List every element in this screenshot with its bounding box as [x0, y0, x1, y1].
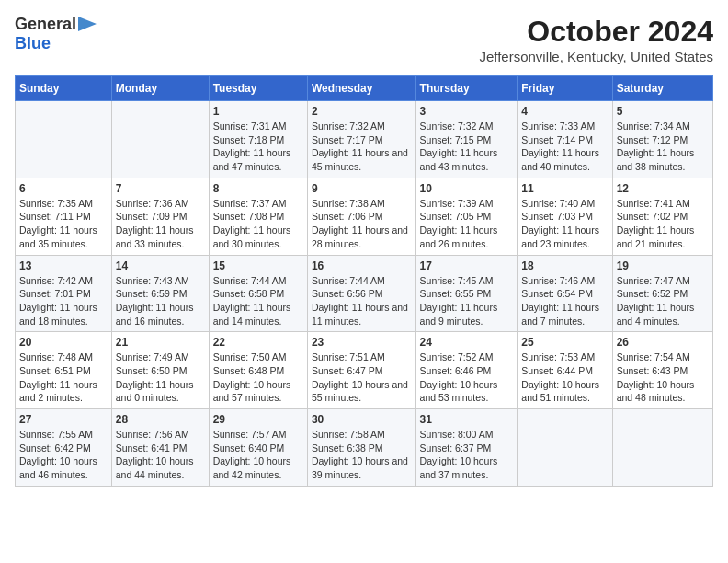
sunset-text: Sunset: 7:15 PM [420, 133, 514, 147]
daylight-text: Daylight: 11 hours and 14 minutes. [213, 301, 303, 327]
cell-content: Sunrise: 7:58 AMSunset: 6:38 PMDaylight:… [312, 428, 412, 482]
calendar-cell: 19Sunrise: 7:47 AMSunset: 6:52 PMDayligh… [612, 255, 712, 332]
calendar-cell: 1Sunrise: 7:31 AMSunset: 7:18 PMDaylight… [209, 101, 307, 178]
sunrise-text: Sunrise: 7:42 AM [19, 274, 108, 288]
day-number: 7 [116, 182, 205, 195]
cell-content: Sunrise: 8:00 AMSunset: 6:37 PMDaylight:… [420, 428, 514, 482]
cell-content: Sunrise: 7:31 AMSunset: 7:18 PMDaylight:… [213, 120, 303, 174]
calendar-cell: 21Sunrise: 7:49 AMSunset: 6:50 PMDayligh… [111, 332, 209, 409]
day-number: 19 [617, 259, 709, 272]
header-cell-wednesday: Wednesday [307, 76, 415, 101]
sunrise-text: Sunrise: 7:44 AM [312, 274, 412, 288]
daylight-text: Daylight: 11 hours and 43 minutes. [420, 146, 514, 173]
day-number: 3 [420, 105, 514, 118]
header-cell-saturday: Saturday [612, 76, 712, 101]
cell-content: Sunrise: 7:34 AMSunset: 7:12 PMDaylight:… [617, 120, 709, 174]
sunset-text: Sunset: 7:09 PM [116, 210, 205, 224]
cell-content: Sunrise: 7:38 AMSunset: 7:06 PMDaylight:… [312, 197, 412, 251]
day-number: 23 [312, 336, 412, 349]
calendar-cell: 10Sunrise: 7:39 AMSunset: 7:05 PMDayligh… [415, 178, 518, 255]
calendar-cell: 31Sunrise: 8:00 AMSunset: 6:37 PMDayligh… [415, 409, 518, 487]
sunset-text: Sunset: 6:51 PM [19, 364, 108, 378]
sunrise-text: Sunrise: 7:48 AM [19, 350, 108, 364]
sunset-text: Sunset: 6:55 PM [420, 287, 514, 301]
sunrise-text: Sunrise: 8:00 AM [420, 428, 514, 442]
daylight-text: Daylight: 11 hours and 38 minutes. [617, 146, 709, 173]
daylight-text: Daylight: 11 hours and 9 minutes. [420, 301, 514, 327]
calendar-cell: 3Sunrise: 7:32 AMSunset: 7:15 PMDaylight… [415, 101, 518, 178]
cell-content: Sunrise: 7:50 AMSunset: 6:48 PMDaylight:… [213, 350, 303, 405]
svg-marker-0 [78, 17, 97, 31]
sunset-text: Sunset: 6:37 PM [420, 442, 514, 455]
sunrise-text: Sunrise: 7:53 AM [521, 350, 608, 364]
sunrise-text: Sunrise: 7:47 AM [617, 274, 709, 288]
cell-content: Sunrise: 7:56 AMSunset: 6:41 PMDaylight:… [116, 428, 205, 482]
day-number: 20 [19, 336, 108, 349]
daylight-text: Daylight: 10 hours and 44 minutes. [116, 454, 205, 481]
header-row: SundayMondayTuesdayWednesdayThursdayFrid… [16, 76, 713, 101]
sunrise-text: Sunrise: 7:38 AM [312, 197, 412, 211]
logo-general: General [15, 15, 76, 34]
day-number: 17 [420, 259, 514, 272]
sunset-text: Sunset: 7:18 PM [213, 133, 303, 147]
sunrise-text: Sunrise: 7:36 AM [116, 197, 205, 211]
sunrise-text: Sunrise: 7:31 AM [213, 120, 303, 133]
day-number: 22 [213, 336, 303, 349]
daylight-text: Daylight: 11 hours and 21 minutes. [617, 224, 709, 250]
daylight-text: Daylight: 11 hours and 23 minutes. [521, 224, 608, 250]
calendar-cell: 15Sunrise: 7:44 AMSunset: 6:58 PMDayligh… [209, 255, 307, 332]
sunrise-text: Sunrise: 7:46 AM [521, 274, 608, 288]
cell-content: Sunrise: 7:39 AMSunset: 7:05 PMDaylight:… [420, 197, 514, 251]
week-row-3: 13Sunrise: 7:42 AMSunset: 7:01 PMDayligh… [16, 255, 713, 332]
calendar-table: SundayMondayTuesdayWednesdayThursdayFrid… [15, 75, 713, 487]
sunset-text: Sunset: 6:44 PM [521, 364, 608, 378]
sunset-text: Sunset: 6:38 PM [312, 442, 412, 455]
sunrise-text: Sunrise: 7:57 AM [213, 428, 303, 442]
calendar-cell: 28Sunrise: 7:56 AMSunset: 6:41 PMDayligh… [111, 409, 209, 487]
daylight-text: Daylight: 11 hours and 28 minutes. [312, 224, 412, 250]
cell-content: Sunrise: 7:35 AMSunset: 7:11 PMDaylight:… [19, 197, 108, 251]
sunrise-text: Sunrise: 7:52 AM [420, 350, 514, 364]
calendar-cell [16, 101, 112, 178]
sunrise-text: Sunrise: 7:35 AM [19, 197, 108, 211]
daylight-text: Daylight: 11 hours and 2 minutes. [19, 378, 108, 405]
day-number: 16 [312, 259, 412, 272]
day-number: 8 [213, 182, 303, 195]
cell-content: Sunrise: 7:48 AMSunset: 6:51 PMDaylight:… [19, 350, 108, 405]
daylight-text: Daylight: 10 hours and 39 minutes. [312, 454, 412, 481]
cell-content: Sunrise: 7:44 AMSunset: 6:58 PMDaylight:… [213, 274, 303, 328]
cell-content: Sunrise: 7:52 AMSunset: 6:46 PMDaylight:… [420, 350, 514, 405]
logo: General Blue [15, 15, 98, 53]
calendar-cell: 4Sunrise: 7:33 AMSunset: 7:14 PMDaylight… [518, 101, 612, 178]
calendar-cell: 17Sunrise: 7:45 AMSunset: 6:55 PMDayligh… [415, 255, 518, 332]
sunset-text: Sunset: 6:43 PM [617, 364, 709, 378]
daylight-text: Daylight: 11 hours and 47 minutes. [213, 146, 303, 173]
calendar-cell: 27Sunrise: 7:55 AMSunset: 6:42 PMDayligh… [16, 409, 112, 487]
sunset-text: Sunset: 7:03 PM [521, 210, 608, 224]
header-cell-thursday: Thursday [415, 76, 518, 101]
cell-content: Sunrise: 7:36 AMSunset: 7:09 PMDaylight:… [116, 197, 205, 251]
calendar-subtitle: Jeffersonville, Kentucky, United States [479, 49, 713, 64]
cell-content: Sunrise: 7:54 AMSunset: 6:43 PMDaylight:… [617, 350, 709, 405]
sunrise-text: Sunrise: 7:50 AM [213, 350, 303, 364]
sunset-text: Sunset: 6:54 PM [521, 287, 608, 301]
day-number: 29 [213, 413, 303, 426]
cell-content: Sunrise: 7:45 AMSunset: 6:55 PMDaylight:… [420, 274, 514, 328]
calendar-cell: 12Sunrise: 7:41 AMSunset: 7:02 PMDayligh… [612, 178, 712, 255]
sunrise-text: Sunrise: 7:32 AM [420, 120, 514, 133]
sunrise-text: Sunrise: 7:44 AM [213, 274, 303, 288]
cell-content: Sunrise: 7:47 AMSunset: 6:52 PMDaylight:… [617, 274, 709, 328]
day-number: 14 [116, 259, 205, 272]
day-number: 2 [312, 105, 412, 118]
sunset-text: Sunset: 6:42 PM [19, 442, 108, 455]
daylight-text: Daylight: 11 hours and 7 minutes. [521, 301, 608, 327]
calendar-cell: 20Sunrise: 7:48 AMSunset: 6:51 PMDayligh… [16, 332, 112, 409]
sunrise-text: Sunrise: 7:37 AM [213, 197, 303, 211]
cell-content: Sunrise: 7:53 AMSunset: 6:44 PMDaylight:… [521, 350, 608, 405]
sunrise-text: Sunrise: 7:33 AM [521, 120, 608, 133]
sunrise-text: Sunrise: 7:40 AM [521, 197, 608, 211]
sunrise-text: Sunrise: 7:54 AM [617, 350, 709, 364]
cell-content: Sunrise: 7:51 AMSunset: 6:47 PMDaylight:… [312, 350, 412, 405]
day-number: 27 [19, 413, 108, 426]
daylight-text: Daylight: 11 hours and 18 minutes. [19, 301, 108, 327]
